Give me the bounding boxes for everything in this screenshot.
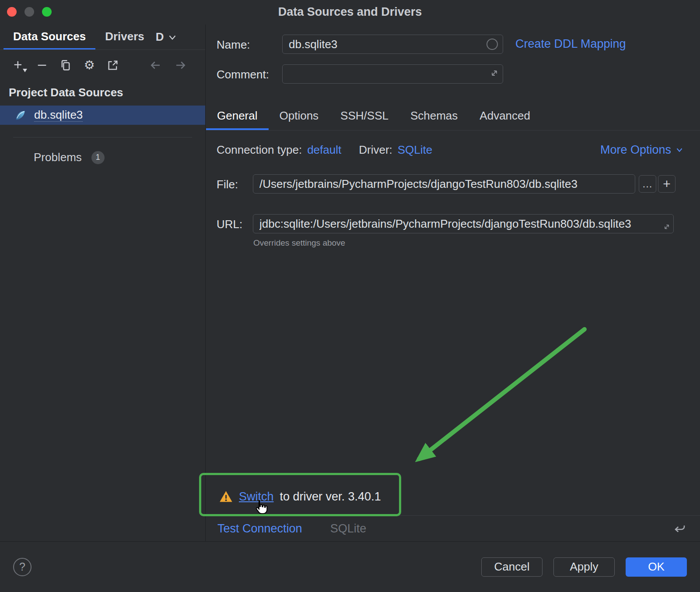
tab-general[interactable]: General: [206, 103, 269, 130]
sidebar-tabs: Data Sources Drivers D: [0, 25, 205, 50]
tab-overflow[interactable]: D: [154, 25, 180, 49]
titlebar: Data Sources and Drivers: [0, 0, 700, 25]
name-input[interactable]: [282, 35, 503, 54]
connection-type-value[interactable]: default: [307, 143, 341, 157]
comment-input[interactable]: [282, 64, 503, 84]
tab-ssh-ssl-label: SSH/SSL: [340, 109, 388, 123]
name-row: Name: Create DDL Mapping: [217, 35, 700, 54]
expand-url-icon[interactable]: [662, 222, 671, 231]
comment-label: Comment:: [217, 68, 269, 81]
project-data-sources-heading: Project Data Sources: [0, 79, 205, 106]
tab-data-sources-label: Data Sources: [13, 30, 86, 43]
tab-options-label: Options: [280, 109, 319, 123]
url-override-note: Overrides settings above: [253, 238, 345, 248]
content-footer: Test Connection SQLite: [206, 515, 700, 541]
tab-drivers-label: Drivers: [105, 30, 144, 43]
help-icon: ?: [19, 560, 25, 573]
file-label: File:: [217, 178, 238, 191]
tab-overflow-label: D: [156, 30, 164, 44]
driver-label: Driver:: [359, 143, 392, 157]
tab-options[interactable]: Options: [269, 103, 330, 130]
more-options-link[interactable]: More Options: [600, 143, 684, 157]
history-nav: [148, 58, 188, 72]
undo-icon[interactable]: [671, 520, 689, 537]
duplicate-icon[interactable]: [59, 58, 73, 72]
content-panel: Name: Create DDL Mapping Comment: Genera…: [206, 25, 700, 541]
chevron-down-icon: [675, 145, 684, 155]
more-options-label: More Options: [600, 143, 671, 157]
tab-advanced-label: Advanced: [480, 109, 530, 123]
chevron-down-icon: [167, 32, 178, 43]
name-label: Name:: [217, 38, 250, 52]
tab-schemas[interactable]: Schemas: [399, 103, 469, 130]
expand-comment-icon[interactable]: [489, 68, 500, 78]
problems-count-badge: 1: [91, 151, 105, 164]
tab-schemas-label: Schemas: [410, 109, 458, 123]
url-input[interactable]: [253, 214, 674, 233]
back-icon[interactable]: [148, 58, 162, 72]
datasource-item-db-sqlite3[interactable]: db.sqlite3: [0, 106, 205, 125]
dialog-bottom-bar: ? Cancel Apply OK: [0, 541, 700, 592]
forward-icon[interactable]: [174, 58, 188, 72]
create-ddl-mapping-link[interactable]: Create DDL Mapping: [515, 37, 626, 51]
switch-driver-link[interactable]: Switch: [239, 490, 274, 504]
ok-button[interactable]: OK: [626, 557, 687, 577]
remove-datasource-icon[interactable]: [35, 58, 49, 72]
file-row: File: … +: [206, 174, 700, 194]
url-label: URL:: [217, 218, 242, 231]
add-file-button[interactable]: +: [658, 175, 676, 193]
sidebar-toolbar: ⚙: [0, 52, 205, 79]
help-button[interactable]: ?: [13, 558, 32, 576]
sqlite-feather-icon: [14, 109, 26, 121]
tab-ssh-ssl[interactable]: SSH/SSL: [329, 103, 399, 130]
driver-value[interactable]: SQLite: [398, 143, 433, 157]
apply-button[interactable]: Apply: [553, 557, 615, 577]
export-icon[interactable]: [106, 58, 120, 72]
file-input[interactable]: [253, 174, 635, 194]
connection-type-label: Connection type:: [217, 143, 302, 157]
window-title: Data Sources and Drivers: [0, 5, 700, 19]
data-sources-dialog: { "window": { "title": "Data Sources and…: [0, 0, 700, 592]
sidebar-divider: [13, 137, 192, 137]
tab-data-sources[interactable]: Data Sources: [4, 25, 95, 49]
dialog-buttons: Cancel Apply OK: [481, 557, 687, 577]
switch-driver-text: to driver ver. 3.40.1: [280, 490, 381, 504]
warning-icon: [219, 490, 233, 504]
add-datasource-icon[interactable]: [11, 58, 25, 72]
footer-driver-name: SQLite: [330, 522, 367, 536]
switch-driver-row: Switch to driver ver. 3.40.1: [219, 487, 381, 506]
tab-general-label: General: [217, 109, 258, 123]
test-connection-link[interactable]: Test Connection: [217, 522, 302, 536]
problems-row[interactable]: Problems 1: [0, 151, 205, 164]
tab-drivers[interactable]: Drivers: [95, 25, 154, 49]
loader-circle-icon: [486, 39, 498, 50]
settings-tabs: General Options SSH/SSL Schemas Advanced: [206, 103, 700, 130]
datasource-item-label: db.sqlite3: [34, 109, 83, 122]
sidebar: Data Sources Drivers D: [0, 25, 206, 541]
gear-icon[interactable]: ⚙: [82, 58, 96, 72]
url-row: URL:: [206, 214, 700, 233]
browse-file-button[interactable]: …: [639, 175, 656, 193]
problems-label: Problems: [34, 151, 82, 164]
cancel-button[interactable]: Cancel: [481, 557, 542, 577]
comment-row: Comment:: [217, 64, 700, 84]
connection-row: Connection type: default Driver: SQLite …: [217, 140, 684, 159]
tab-advanced[interactable]: Advanced: [469, 103, 541, 130]
